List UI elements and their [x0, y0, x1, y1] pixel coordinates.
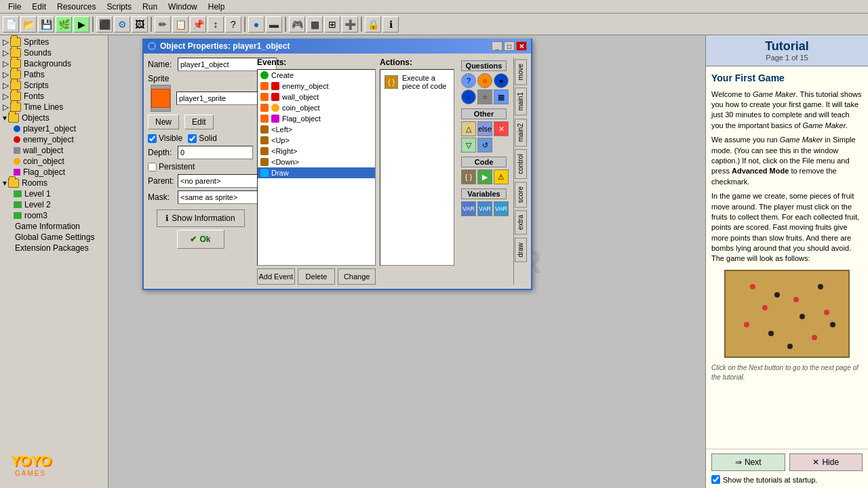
o-icon-2[interactable]: else: [477, 121, 492, 136]
actions-list[interactable]: { } Execute a piece of code: [380, 69, 454, 266]
c-icon-1[interactable]: { }: [461, 169, 476, 184]
fruit-6: [762, 305, 768, 310]
tree-item-extensions[interactable]: Extension Packages: [1, 243, 106, 253]
q-icon-6[interactable]: ▦: [494, 89, 509, 104]
solid-checkbox[interactable]: [188, 134, 197, 143]
toolbar-stop[interactable]: ⬛: [96, 16, 113, 33]
event-coin[interactable]: coin_object: [258, 102, 375, 113]
toolbar-help[interactable]: ?: [225, 16, 241, 33]
o-icon-1[interactable]: △: [461, 121, 476, 136]
o-icon-5[interactable]: ↺: [477, 138, 492, 152]
side-tab-move[interactable]: move: [515, 59, 527, 85]
toolbar-edit[interactable]: ✏: [155, 16, 171, 33]
event-down[interactable]: <Down>: [258, 157, 375, 167]
tree-item-timelines[interactable]: ▷ Time Lines: [1, 102, 106, 113]
o-icon-4[interactable]: ▽: [461, 138, 476, 152]
show-info-btn[interactable]: ℹ Show Information: [157, 209, 245, 227]
tutorial-next-btn[interactable]: ⇒ Next: [711, 453, 785, 471]
tree-item-level2[interactable]: Level 2: [12, 199, 106, 210]
event-enemy[interactable]: enemy_object: [258, 81, 375, 92]
event-up[interactable]: <Up>: [258, 135, 375, 146]
delete-event-btn[interactable]: Delete: [298, 268, 336, 285]
startup-checkbox[interactable]: [711, 475, 720, 484]
toolbar-arrow[interactable]: ↕: [208, 16, 224, 33]
side-tab-score[interactable]: score: [515, 182, 527, 207]
add-event-btn[interactable]: Add Event: [257, 268, 295, 285]
side-tab-control[interactable]: control: [515, 149, 527, 179]
dialog-close-btn[interactable]: ✕: [516, 41, 527, 51]
q-icon-5[interactable]: ○: [477, 89, 492, 104]
toolbar-info[interactable]: ℹ: [382, 16, 399, 33]
event-right[interactable]: <Right>: [258, 146, 375, 157]
toolbar-circle[interactable]: ⚙: [114, 16, 130, 33]
event-draw[interactable]: Draw: [258, 167, 375, 178]
v-icon-2[interactable]: VAR: [477, 201, 492, 216]
c-icon-3[interactable]: ⚠: [494, 169, 509, 184]
toolbar-resources[interactable]: 🌿: [56, 16, 72, 33]
events-list[interactable]: Create enemy_object wall_object: [257, 69, 376, 266]
sprite-new-btn[interactable]: New: [148, 115, 179, 129]
q-icon-2[interactable]: ○: [477, 73, 492, 88]
o-icon-3[interactable]: ✕: [494, 121, 509, 136]
toolbar-oval[interactable]: ●: [248, 16, 264, 33]
toolbar-save[interactable]: 💾: [38, 16, 54, 33]
menu-file[interactable]: File: [3, 1, 26, 13]
v-icon-1[interactable]: VAR: [461, 201, 476, 216]
toolbar-game[interactable]: 🎮: [289, 16, 305, 33]
event-create[interactable]: Create: [258, 70, 375, 81]
visible-checkbox[interactable]: [148, 134, 157, 143]
tree-item-flag[interactable]: Flag_object: [12, 167, 106, 178]
tree-item-globalsettings[interactable]: Global Game Settings: [1, 232, 106, 243]
toolbar-grid[interactable]: ⊞: [324, 16, 340, 33]
toolbar-run[interactable]: ▶: [73, 16, 90, 33]
toolbar-new[interactable]: 📄: [3, 16, 19, 33]
side-tab-main1[interactable]: main1: [515, 87, 527, 115]
toolbar-plus[interactable]: ➕: [342, 16, 358, 33]
menu-scripts[interactable]: Scripts: [101, 1, 137, 13]
tree-item-gameinfo[interactable]: Game Information: [1, 221, 106, 232]
c-icon-2[interactable]: ▶: [477, 169, 492, 184]
q-icon-1[interactable]: ?: [461, 73, 476, 88]
event-flag[interactable]: Flag_object: [258, 113, 375, 124]
change-event-btn[interactable]: Change: [338, 268, 376, 285]
v-icon-3[interactable]: VAR: [494, 201, 509, 216]
tree-item-wall[interactable]: wall_object: [12, 145, 106, 156]
tree-item-room3[interactable]: room3: [12, 210, 106, 221]
tree-item-level1[interactable]: Level 1: [12, 188, 106, 199]
timelines-label: Time Lines: [24, 102, 63, 112]
persistent-checkbox[interactable]: [148, 163, 157, 171]
event-down-label: <Down>: [271, 158, 299, 166]
toolbar-layout[interactable]: ▦: [307, 16, 323, 33]
toolbar-copy[interactable]: 📋: [172, 16, 189, 33]
menu-edit[interactable]: Edit: [26, 1, 52, 13]
tree-item-coin[interactable]: coin_object: [12, 156, 106, 167]
toolbar-open[interactable]: 📂: [20, 16, 37, 33]
toolbar-lock[interactable]: 🔒: [365, 16, 381, 33]
side-tab-main2[interactable]: main2: [515, 119, 527, 146]
tutorial-hide-btn[interactable]: ✕ Hide: [789, 453, 863, 471]
dialog-maximize-btn[interactable]: □: [504, 41, 515, 51]
action-execute-code[interactable]: { } Execute a piece of code: [383, 73, 451, 92]
menu-window[interactable]: Window: [163, 1, 203, 13]
tree-item-rooms[interactable]: ▾ Rooms: [1, 178, 106, 188]
q-icon-3[interactable]: ●: [494, 73, 509, 88]
menu-help[interactable]: Help: [203, 1, 231, 13]
tree-item-player1[interactable]: player1_object: [12, 123, 106, 134]
fruit-2: [793, 297, 799, 302]
menu-run[interactable]: Run: [137, 1, 163, 13]
toolbar-img[interactable]: 🖼: [132, 16, 148, 33]
dialog-minimize-btn[interactable]: _: [492, 41, 502, 51]
side-tab-draw[interactable]: draw: [515, 238, 527, 262]
side-tab-extra[interactable]: extra: [515, 210, 527, 235]
q-icon-4[interactable]: ○: [461, 89, 476, 104]
depth-input[interactable]: [178, 146, 253, 159]
toolbar-paste[interactable]: 📌: [190, 16, 206, 33]
event-left[interactable]: <Left>: [258, 124, 375, 135]
tree-item-enemy[interactable]: enemy_object: [12, 134, 106, 145]
event-wall[interactable]: wall_object: [258, 92, 375, 102]
ok-button[interactable]: ✔ Ok: [177, 230, 224, 249]
toolbar-rect[interactable]: ▬: [266, 16, 282, 33]
tree-item-objects[interactable]: ▾ Objects: [1, 113, 106, 123]
sprite-edit-btn[interactable]: Edit: [184, 115, 214, 129]
menu-resources[interactable]: Resources: [52, 1, 101, 13]
